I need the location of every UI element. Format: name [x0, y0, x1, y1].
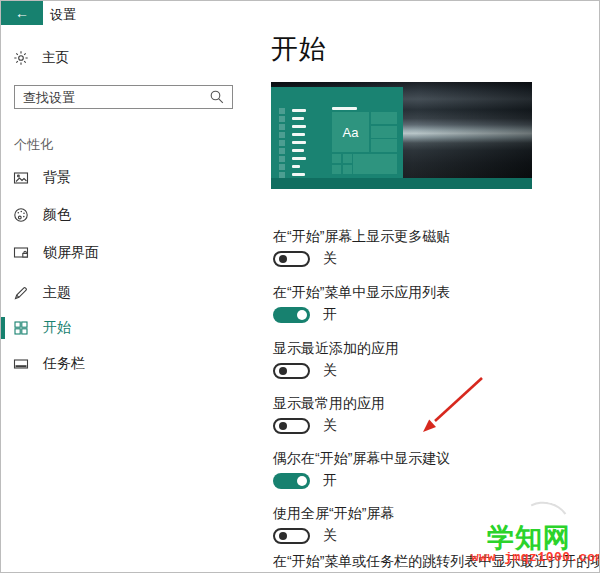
toggle-state-label: 关	[323, 362, 337, 380]
setting-show-more-tiles: 在“开始”屏幕上显示更多磁贴 关	[273, 228, 573, 267]
search-box	[14, 85, 233, 109]
setting-label: 在“开始”屏幕上显示更多磁贴	[273, 228, 573, 244]
sidebar-item-label: 任务栏	[43, 355, 85, 373]
toggle-show-more-tiles[interactable]	[273, 251, 310, 267]
preview-taskbar	[271, 178, 532, 189]
start-menu-preview-image: Aa	[271, 82, 532, 189]
sidebar-item-label: 颜色	[43, 206, 71, 224]
toggle-state-label: 开	[323, 472, 337, 490]
setting-show-recently-added: 显示最近添加的应用 关	[273, 340, 573, 379]
toggle-show-app-list[interactable]	[273, 307, 310, 323]
sidebar-item-label: 主题	[43, 284, 71, 302]
setting-label: 显示最近添加的应用	[273, 340, 573, 356]
settings-window: ← 设置 主页 个性化 背景 颜色 锁屏界面	[0, 0, 600, 573]
toggle-state-label: 关	[323, 250, 337, 268]
sidebar-item-colors[interactable]: 颜色	[1, 201, 241, 229]
palette-icon	[13, 207, 29, 223]
toggle-show-most-used[interactable]	[273, 418, 310, 434]
setting-show-most-used: 显示最常用的应用 关	[273, 395, 573, 434]
theme-icon	[13, 285, 29, 301]
sidebar-item-label: 锁屏界面	[43, 244, 99, 262]
toggle-state-label: 关	[323, 417, 337, 435]
setting-label: 偶尔在“开始”屏幕中显示建议	[273, 450, 573, 466]
sidebar-section-personalization: 个性化	[14, 136, 53, 154]
sidebar-item-themes[interactable]: 主题	[1, 279, 241, 307]
sidebar-item-label: 主页	[42, 49, 69, 67]
search-input[interactable]	[15, 86, 209, 108]
sidebar-item-taskbar[interactable]: 任务栏	[1, 350, 241, 378]
sidebar-item-background[interactable]: 背景	[1, 164, 241, 192]
preview-start-menu: Aa	[271, 87, 403, 189]
taskbar-icon	[13, 356, 29, 372]
window-title: 设置	[50, 6, 76, 24]
watermark-site-url: www.jmqz1000.com	[471, 550, 600, 565]
setting-label: 在“开始”菜单中显示应用列表	[273, 284, 573, 300]
sidebar-item-start[interactable]: 开始	[1, 314, 241, 342]
setting-show-suggestions: 偶尔在“开始”屏幕中显示建议 开	[273, 450, 573, 489]
sidebar-item-home[interactable]: 主页	[13, 47, 213, 69]
toggle-fullscreen-start[interactable]	[273, 528, 310, 544]
selected-item-indicator	[1, 317, 5, 339]
lockscreen-icon	[13, 245, 29, 261]
toggle-show-suggestions[interactable]	[273, 473, 310, 489]
preview-aa-tile: Aa	[332, 112, 369, 152]
toggle-show-recently-added[interactable]	[273, 363, 310, 379]
back-arrow-icon: ←	[15, 5, 29, 21]
search-icon[interactable]	[209, 89, 225, 105]
toggle-state-label: 开	[323, 306, 337, 324]
page-title: 开始	[271, 31, 327, 67]
gear-icon	[13, 50, 29, 66]
sidebar-item-label: 开始	[43, 319, 71, 337]
back-button[interactable]: ←	[1, 1, 43, 25]
toggle-state-label: 关	[323, 527, 337, 545]
sidebar-item-lockscreen[interactable]: 锁屏界面	[1, 239, 241, 267]
start-tiles-icon	[13, 320, 29, 336]
image-icon	[13, 170, 29, 186]
sidebar-item-label: 背景	[43, 169, 71, 187]
setting-show-app-list: 在“开始”菜单中显示应用列表 开	[273, 284, 573, 323]
setting-label: 显示最常用的应用	[273, 395, 573, 411]
